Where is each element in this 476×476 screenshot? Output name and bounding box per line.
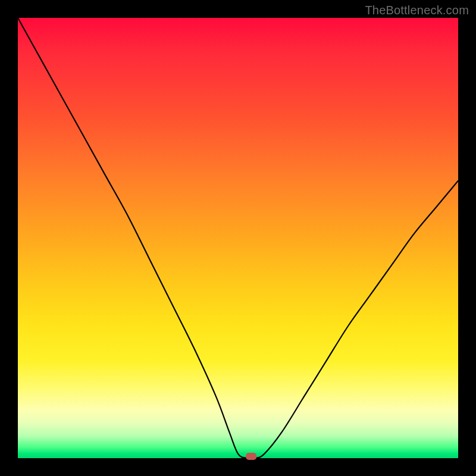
bottleneck-curve (18, 18, 458, 459)
chart-plot-area (18, 18, 458, 458)
attribution-label: TheBottleneck.com (365, 4, 469, 17)
chart-svg (18, 18, 458, 458)
chart-stage: TheBottleneck.com (0, 0, 476, 476)
minimum-marker (246, 453, 256, 460)
